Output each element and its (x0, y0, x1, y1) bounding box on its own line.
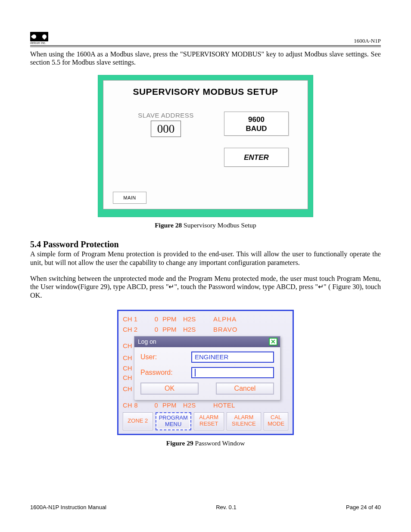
baud-button[interactable]: 9600 BAUD (224, 112, 289, 136)
side-ch-label: CH (123, 374, 132, 381)
main-button[interactable]: MAIN (113, 192, 146, 204)
document-id: 1600A-N1P (354, 37, 381, 44)
nav-bar: ZONE 2 PROGRAM MENU ALARM RESET ALARM SI… (123, 412, 288, 430)
intro-paragraph: When using the 1600A as a Modbus slave, … (30, 50, 381, 68)
ch-name: ALPHA (206, 315, 288, 323)
fig28-caption-bold: Figure 28 (155, 221, 182, 229)
ch-name: BRAVO (206, 326, 288, 333)
ch-unit: PPM (162, 326, 183, 333)
side-ch-label: CH (123, 342, 132, 349)
logon-dialog: Log on ✕ User: ENGINEER Password: OK Can… (134, 336, 280, 400)
nav-line1: PROGRAM (159, 415, 188, 421)
ch-value: 0 (145, 326, 162, 333)
fig29-caption-text: Password Window (193, 439, 245, 447)
password-label: Password: (140, 369, 191, 376)
ch-unit: PPM (162, 402, 183, 409)
alarm-silence-button[interactable]: ALARM SILENCE (227, 412, 262, 430)
ch-unit: PPM (162, 315, 183, 323)
fig28-title: SUPERVISORY MODBUS SETUP (115, 87, 296, 97)
fig29-caption: Figure 29 Password Window (117, 439, 294, 447)
fig28-caption: Figure 28 Supervisory Modbus Setup (98, 221, 313, 229)
figure-28: SUPERVISORY MODBUS SETUP SLAVE ADDRESS 0… (98, 75, 313, 229)
figure-29: CH 1 0 PPM H2S ALPHA CH 2 0 PPM H2S BRAV… (117, 310, 294, 447)
nav-line1: ALARM (230, 414, 258, 421)
nav-line2: RESET (197, 421, 221, 427)
logo-block: detcon inc. (30, 32, 48, 44)
ch-name: HOTEL (206, 402, 288, 409)
section-p1: A simple form of Program Menu protection… (30, 250, 381, 268)
fig29-caption-bold: Figure 29 (166, 439, 193, 447)
cancel-button[interactable]: Cancel (216, 383, 274, 395)
fig29-screen: CH 1 0 PPM H2S ALPHA CH 2 0 PPM H2S BRAV… (117, 310, 294, 435)
logon-titlebar: Log on ✕ (134, 336, 280, 347)
password-field[interactable] (191, 367, 274, 378)
ch-value: 0 (145, 315, 162, 323)
ok-button[interactable]: OK (140, 383, 199, 395)
side-ch-label: CH (123, 385, 132, 392)
slave-address-field[interactable]: 000 (151, 121, 181, 137)
page-footer: 1600A-N1P Instruction Manual Rev. 0.1 Pa… (30, 504, 381, 510)
baud-unit: BAUD (224, 124, 288, 133)
nav-line1: CAL (267, 414, 285, 421)
side-ch-label: CH (123, 354, 132, 361)
footer-right: Page 24 of 40 (346, 504, 381, 510)
header-rule-thin (30, 47, 381, 47)
ch-value: 0 (145, 402, 162, 409)
logo-subtext: detcon inc. (30, 41, 48, 44)
alarm-reset-button[interactable]: ALARM RESET (194, 412, 224, 430)
fig28-caption-text: Supervisory Modbus Setup (182, 221, 256, 229)
nav-line1: ALARM (197, 414, 221, 421)
baud-value: 9600 (224, 115, 288, 124)
section-heading: 5.4 Password Protection (30, 240, 381, 249)
fig28-screen: SUPERVISORY MODBUS SETUP SLAVE ADDRESS 0… (103, 80, 308, 209)
user-label: User: (140, 353, 191, 361)
nav-line2: SILENCE (230, 421, 258, 427)
ch-gas: H2S (183, 315, 206, 323)
user-field[interactable]: ENGINEER (191, 352, 274, 363)
fig28-frame: SUPERVISORY MODBUS SETUP SLAVE ADDRESS 0… (98, 75, 313, 217)
section-p2: When switching between the unprotected m… (30, 275, 381, 300)
zone-button[interactable]: ZONE 2 (123, 412, 153, 430)
nav-line2: MENU (159, 421, 188, 428)
close-icon[interactable]: ✕ (269, 338, 277, 345)
channel-row-2: CH 2 0 PPM H2S BRAVO (123, 326, 288, 333)
enter-button[interactable]: ENTER (224, 148, 289, 167)
channel-row-8: CH 8 0 PPM H2S HOTEL (123, 402, 288, 409)
footer-left: 1600A-N1P Instruction Manual (30, 504, 106, 510)
logon-title-text: Log on (138, 338, 156, 345)
cal-mode-button[interactable]: CAL MODE (264, 412, 288, 430)
slave-address-label: SLAVE ADDRESS (129, 112, 202, 119)
header-rule-thick (30, 45, 381, 46)
program-menu-button[interactable]: PROGRAM MENU (156, 412, 191, 430)
page-header: detcon inc. 1600A-N1P (30, 32, 381, 44)
ch-label: CH 1 (123, 315, 145, 323)
nav-line2: MODE (267, 421, 285, 427)
ch-gas: H2S (183, 326, 206, 333)
channel-row-1: CH 1 0 PPM H2S ALPHA (123, 315, 288, 323)
detcon-logo-icon (30, 32, 48, 41)
ch-label: CH 8 (123, 402, 145, 409)
side-ch-label: CH (123, 364, 132, 372)
ch-label: CH 2 (123, 326, 145, 333)
ch-gas: H2S (183, 402, 206, 409)
text-caret-icon (195, 369, 196, 376)
footer-center: Rev. 0.1 (216, 504, 236, 510)
